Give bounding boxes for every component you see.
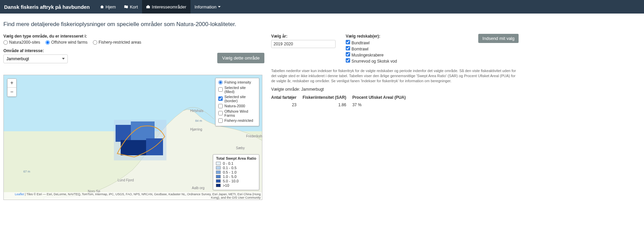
depth-84: 84 m bbox=[195, 119, 202, 122]
nav-information[interactable]: Information bbox=[190, 0, 225, 14]
th-vessels: Antal fartøjer bbox=[271, 94, 303, 101]
layer-natura-2000[interactable] bbox=[218, 104, 223, 108]
gear-label: Vælg redskab(er): bbox=[346, 34, 397, 39]
map-attribution: Leaflet | Tiles © Esri — Esri, DeLorme, … bbox=[4, 192, 262, 200]
cell-vessels: 23 bbox=[271, 101, 303, 109]
cell-pua: 37 % bbox=[352, 101, 412, 109]
legend-swatch bbox=[216, 162, 221, 165]
place-limfjord: Lund Fjord bbox=[118, 178, 134, 182]
chevron-down-icon bbox=[218, 6, 221, 7]
place-saeby: Sæby bbox=[236, 146, 245, 150]
legend-swatch bbox=[216, 166, 221, 170]
th-pua: Procent Ufisket Areal (PUA) bbox=[352, 94, 412, 101]
year-value: 2019 bbox=[274, 42, 283, 46]
area-type-label: Vælg den type område, du er interesseret… bbox=[3, 34, 264, 39]
zoom-out-button[interactable]: − bbox=[7, 88, 16, 96]
place-frederikshavn: Frederikshavn bbox=[246, 134, 262, 138]
th-sar: Fiskeriintensitet (SAR) bbox=[303, 94, 353, 101]
gear-muslingeskrabere[interactable]: Muslingeskrabere bbox=[346, 52, 397, 58]
area-of-interest-label: Område af interesse: bbox=[3, 48, 68, 53]
layer-selected-site-filled[interactable] bbox=[218, 87, 223, 92]
map-legend: Total Swept Area Ratio 0 - 0.1 0.1 - 0.5… bbox=[213, 154, 259, 190]
home-icon bbox=[100, 5, 104, 9]
area-select[interactable]: Jammerbugt bbox=[3, 54, 68, 63]
layer-offshore-wind[interactable] bbox=[218, 111, 223, 115]
navbar: Dansk fiskeris aftryk på havbunden Hjem … bbox=[0, 0, 644, 14]
zoom-control: + − bbox=[7, 78, 17, 97]
selected-area-line: Vælgte område: Jammerbugt bbox=[271, 87, 519, 92]
layer-fishing-intensity[interactable] bbox=[218, 80, 223, 85]
zoom-in-button[interactable]: + bbox=[7, 79, 16, 88]
submit-button[interactable]: Indsend mit valg bbox=[478, 34, 519, 43]
svg-rect-1 bbox=[147, 5, 149, 6]
layer-selected-site-border[interactable] bbox=[218, 96, 223, 101]
legend-title: Total Swept Area Ratio bbox=[216, 156, 256, 160]
table-row: 23 1.86 37 % bbox=[271, 101, 412, 109]
table-note: Tabellen nedenfor viser kun indekser for… bbox=[271, 68, 519, 84]
map[interactable]: Hirtshals Hjørring Frederikshavn Sæby Aa… bbox=[3, 75, 262, 200]
gear-snurrevod[interactable]: Snurrevod og Skotsk vod bbox=[346, 58, 397, 64]
page-intro: Find mere detaljerede fiskerioplysninger… bbox=[3, 21, 519, 28]
depth-67: 67 m bbox=[23, 170, 30, 173]
nav-label: Hjem bbox=[106, 4, 116, 9]
fishing-intensity-overlay bbox=[114, 120, 166, 160]
year-label: Vælg år: bbox=[271, 34, 336, 39]
place-hjorring: Hjørring bbox=[190, 128, 202, 131]
year-value: 2020 bbox=[284, 42, 293, 46]
layer-panel: Fishing intensity Selected site (filled)… bbox=[215, 78, 259, 126]
place-aalborg: Aalb org bbox=[192, 186, 204, 190]
radio-fishery-restricted[interactable]: Fishery-restricted areas bbox=[93, 40, 141, 45]
nav-label: Kort bbox=[130, 4, 138, 9]
legend-swatch bbox=[216, 184, 221, 187]
briefcase-icon bbox=[146, 5, 150, 9]
radio-offshore-wind[interactable]: Offshore wind farms bbox=[45, 40, 87, 45]
results-table: Antal fartøjer Fiskeriintensitet (SAR) P… bbox=[271, 94, 412, 109]
brand-title: Dansk fiskeris aftryk på havbunden bbox=[4, 4, 90, 10]
area-select-value: Jammerbugt bbox=[6, 57, 29, 61]
year-select[interactable]: 2019 2020 bbox=[271, 40, 336, 48]
nav-interest-areas[interactable]: Interesseområder bbox=[142, 0, 190, 14]
legend-swatch bbox=[216, 175, 221, 178]
layer-fishery-restricted[interactable] bbox=[218, 118, 223, 123]
nav-home[interactable]: Hjem bbox=[96, 0, 120, 14]
gear-bomtrawl[interactable]: Bomtrawl bbox=[346, 46, 397, 51]
place-hirtshals: Hirtshals bbox=[190, 109, 203, 113]
legend-swatch bbox=[216, 179, 221, 183]
nav-label: Interesseområder bbox=[152, 4, 186, 9]
leaflet-link[interactable]: Leaflet bbox=[15, 193, 24, 196]
area-type-radios: Natura2000-sites Offshore wind farms Fis… bbox=[3, 40, 264, 46]
gear-bundtrawl[interactable]: Bundtrawl bbox=[346, 40, 397, 45]
map-icon bbox=[124, 5, 128, 9]
cell-sar: 1.86 bbox=[303, 101, 353, 109]
choose-area-button[interactable]: Vælg dette område bbox=[217, 53, 264, 63]
svg-rect-0 bbox=[146, 6, 150, 8]
nav-map[interactable]: Kort bbox=[120, 0, 142, 14]
nav-label: Information bbox=[195, 4, 217, 9]
radio-natura2000[interactable]: Natura2000-sites bbox=[3, 40, 40, 45]
chevron-down-icon bbox=[62, 58, 65, 60]
legend-swatch bbox=[216, 171, 221, 174]
